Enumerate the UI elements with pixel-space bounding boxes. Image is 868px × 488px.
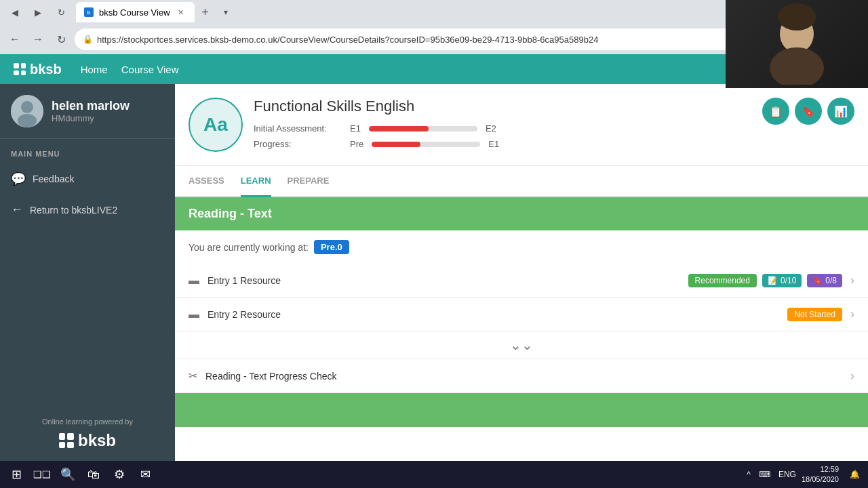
tab-close-btn[interactable]: ✕ xyxy=(176,7,186,18)
tab-dropdown-btn[interactable]: ▾ xyxy=(216,3,235,22)
resource-row-2[interactable]: ▬ Entry 2 Resource Not Started › xyxy=(175,298,868,331)
chevron-icon-1: › xyxy=(850,273,854,287)
action-btn-3[interactable]: 📊 xyxy=(827,98,854,125)
progress-label: Progress: xyxy=(254,139,342,149)
course-actions: 📋 🔖 📊 xyxy=(762,98,854,125)
taskbar-lang: ENG xyxy=(776,470,799,479)
active-tab[interactable]: b bksb Course View ✕ xyxy=(76,2,195,22)
bksb-logo-grid xyxy=(59,433,74,448)
taskbar-settings-btn[interactable]: ⚙ xyxy=(108,464,130,485)
nav-course-view-link[interactable]: Course View xyxy=(121,64,179,75)
resource-badges-2: Not Started xyxy=(787,308,842,321)
working-at: You are currently working at: Pre.0 xyxy=(175,230,868,264)
tab-favicon: b xyxy=(84,7,94,17)
svg-point-1 xyxy=(21,101,33,113)
bksb-brand-text: bksb xyxy=(78,431,116,450)
level-badge: Pre.0 xyxy=(314,240,349,254)
section-header: Reading - Text xyxy=(175,197,868,230)
feedback-icon: 💬 xyxy=(11,171,26,186)
window-back-btn[interactable]: ◀ xyxy=(5,3,24,22)
counter1-value: 0/10 xyxy=(781,276,796,285)
tab-learn[interactable]: LEARN xyxy=(241,166,271,197)
back-btn[interactable]: ← xyxy=(5,30,24,49)
taskbar-task-view-btn[interactable]: ❑❑ xyxy=(31,464,53,485)
progress-level-start: Pre xyxy=(350,139,363,149)
forward-btn[interactable]: → xyxy=(28,30,47,49)
sidebar-item-feedback[interactable]: 💬 Feedback xyxy=(0,163,175,195)
bksb-logo: bksb xyxy=(11,431,164,450)
userid: HMdummy xyxy=(52,113,130,123)
app-container: helen marlow HMdummy MAIN MENU 💬 Feedbac… xyxy=(0,84,868,461)
counter1-badge: 📝 0/10 xyxy=(762,274,802,287)
resource-row-1[interactable]: ▬ Entry 1 Resource Recommended 📝 0/10 🔖 … xyxy=(175,264,868,298)
address-bar[interactable]: 🔒 https://stockportces.services.bksb-dem… xyxy=(75,28,840,50)
tab-title: bksb Course View xyxy=(99,7,170,18)
svg-point-5 xyxy=(778,3,816,30)
progress-check-icon: ✂ xyxy=(189,369,197,382)
action-btn-2[interactable]: 🔖 xyxy=(795,98,822,125)
not-started-badge: Not Started xyxy=(787,308,842,321)
initial-progress-fill xyxy=(369,126,429,131)
clock: 12:59 xyxy=(802,464,839,474)
sidebar-footer: Online learning powered by bksb xyxy=(0,407,175,461)
taskbar-start-btn[interactable]: ⊞ xyxy=(5,464,27,485)
window-refresh-btn[interactable]: ↻ xyxy=(52,3,71,22)
course-meta: Initial Assessment: E1 E2 Progress: Pre xyxy=(254,123,751,149)
taskbar-chevron[interactable]: ^ xyxy=(744,470,753,479)
reload-btn[interactable]: ↻ xyxy=(52,30,71,49)
resource-icon-2: ▬ xyxy=(189,308,199,321)
taskbar-notification-icon[interactable]: 🔔 xyxy=(847,470,863,479)
expand-icon: ⌄⌄ xyxy=(510,337,533,353)
time-date: 12:59 18/05/2020 xyxy=(802,464,844,485)
taskbar: ⊞ ❑❑ 🔍 🛍 ⚙ ✉ ^ ⌨ ENG 12:59 18/05/2020 🔔 xyxy=(0,461,868,488)
progress-check-chevron: › xyxy=(850,369,854,383)
sidebar-item-return[interactable]: ← Return to bksbLIVE2 xyxy=(0,195,175,225)
sidebar: helen marlow HMdummy MAIN MENU 💬 Feedbac… xyxy=(0,84,175,461)
progress-row: Progress: Pre E1 xyxy=(254,139,751,149)
section-title: Reading - Text xyxy=(189,207,272,220)
resource-name-2: Entry 2 Resource xyxy=(208,309,779,320)
initial-assessment-label: Initial Assessment: xyxy=(254,123,342,134)
resource-badges-1: Recommended 📝 0/10 🔖 0/8 xyxy=(688,274,842,287)
action-btn-1[interactable]: 📋 xyxy=(762,98,789,125)
main-content: Aa Functional Skills English Initial Ass… xyxy=(175,84,868,461)
resource-icon-1: ▬ xyxy=(189,274,199,287)
brand-grid-icon xyxy=(14,63,26,75)
counter2-icon: 🔖 xyxy=(812,276,823,285)
chevron-icon-2: › xyxy=(850,307,854,321)
date: 18/05/2020 xyxy=(802,474,839,485)
progress-check-row[interactable]: ✂ Reading - Text Progress Check › xyxy=(175,359,868,393)
chart-icon: 📊 xyxy=(834,105,848,118)
progress-bar xyxy=(372,142,480,147)
brand-name: bksb xyxy=(30,62,62,77)
main-menu-label: MAIN MENU xyxy=(0,139,175,163)
course-title: Functional Skills English xyxy=(254,98,751,115)
working-at-label: You are currently working at: xyxy=(189,242,309,253)
new-tab-btn[interactable]: + xyxy=(197,4,214,20)
lock-icon: 🔒 xyxy=(83,35,93,44)
nav-home-link[interactable]: Home xyxy=(81,64,108,75)
counter2-badge: 🔖 0/8 xyxy=(807,274,842,287)
taskbar-store-btn[interactable]: 🛍 xyxy=(83,464,104,485)
powered-by-text: Online learning powered by xyxy=(11,418,164,426)
tab-prepare[interactable]: PREPARE xyxy=(288,166,330,197)
notes-icon: 📋 xyxy=(769,105,783,118)
initial-progress-bar xyxy=(369,126,477,131)
taskbar-search-btn[interactable]: 🔍 xyxy=(57,464,79,485)
initial-assessment-row: Initial Assessment: E1 E2 xyxy=(254,123,751,134)
counter2-value: 0/8 xyxy=(825,276,837,285)
sidebar-feedback-label: Feedback xyxy=(33,174,74,184)
taskbar-mail-btn[interactable]: ✉ xyxy=(134,464,156,485)
tab-assess[interactable]: ASSESS xyxy=(189,166,224,197)
expand-row[interactable]: ⌄⌄ xyxy=(175,331,868,359)
user-info: helen marlow HMdummy xyxy=(52,99,130,123)
resource-name-1: Entry 1 Resource xyxy=(208,275,680,286)
taskbar-sys: ^ ⌨ ENG 12:59 18/05/2020 🔔 xyxy=(744,464,863,485)
bottom-section-bar xyxy=(175,393,868,427)
window-forward-btn[interactable]: ▶ xyxy=(28,3,47,22)
webcam-person xyxy=(726,0,868,88)
avatar xyxy=(11,95,43,127)
counter1-icon: 📝 xyxy=(768,276,778,285)
taskbar-keyboard-icon[interactable]: ⌨ xyxy=(756,470,773,479)
recommended-badge: Recommended xyxy=(688,274,757,287)
